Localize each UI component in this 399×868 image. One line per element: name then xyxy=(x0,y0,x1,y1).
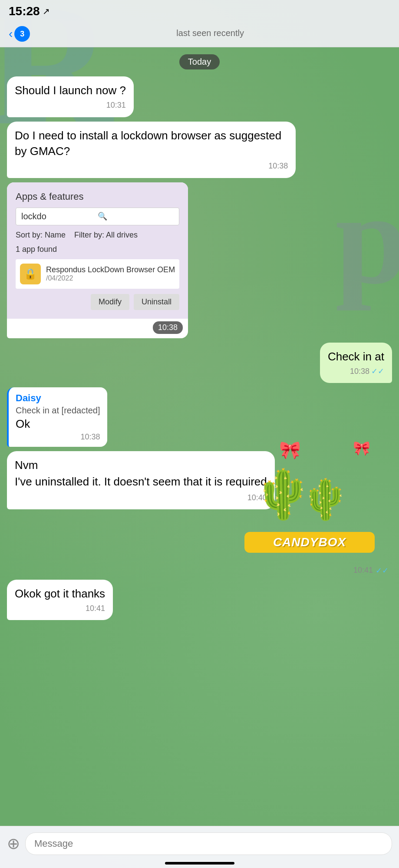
message-text: Do I need to install a lockdown browser … xyxy=(15,129,281,158)
app-date: /04/2022 xyxy=(46,274,175,282)
message-input[interactable] xyxy=(25,832,392,855)
nav-subtitle: last seen recently xyxy=(30,26,390,42)
app-icon: 🔒 xyxy=(20,264,41,284)
check-marks-icon: ✓✓ xyxy=(371,366,384,377)
bow2-icon: 🎀 xyxy=(353,440,370,456)
candybox-label: CANDYBOX xyxy=(244,532,375,553)
date-badge: Today xyxy=(179,54,220,69)
outgoing-bubble: Check in at 10:38 ✓✓ xyxy=(320,343,392,383)
message-row: Do I need to install a lockdown browser … xyxy=(7,122,392,178)
message-time: 10:31 xyxy=(106,100,126,111)
location-icon: ↗ xyxy=(43,6,50,17)
sticker-time: 10:41 xyxy=(353,566,373,575)
cactus2-sticker-icon: 🌵 xyxy=(301,477,350,522)
modify-button[interactable]: Modify xyxy=(91,294,129,310)
image-time: 10:38 xyxy=(153,321,183,334)
image-time-badge: 10:38 xyxy=(7,319,188,338)
search-value: lockdo xyxy=(21,211,98,221)
back-button[interactable]: ‹ 3 xyxy=(9,26,30,42)
candybox-sticker-container: 🌵 🌵 🎀 🎀 CANDYBOX xyxy=(244,431,392,561)
sticker-meta: 10:41 ✓✓ xyxy=(353,566,392,575)
filter-label: Filter by: All drives xyxy=(74,231,138,240)
message-text: Should I launch now ? xyxy=(15,84,126,97)
sort-label: Sort by: Name xyxy=(16,231,66,240)
attach-button[interactable]: ⊕ xyxy=(7,835,20,853)
screenshot-header: Apps & features xyxy=(16,191,179,202)
incoming-bubble: Should I launch now ? 10:31 xyxy=(7,76,134,117)
message-text: Okok got it thanks xyxy=(15,587,105,600)
nvm-bubble: NvmI've uninstalled it. It doesn't seem … xyxy=(7,451,275,509)
reply-sender-name: Daisy xyxy=(16,393,100,404)
chat-area: Today Should I launch now ? 10:31 Do I n… xyxy=(0,54,399,685)
incoming-bubble: Okok got it thanks 10:41 xyxy=(7,580,113,620)
home-indicator xyxy=(165,862,234,865)
app-row: 🔒 Respondus LockDown Browser OEM /04/202… xyxy=(16,259,179,289)
status-time: 15:28 xyxy=(9,4,40,18)
screenshot-search-bar: lockdo 🔍 xyxy=(16,208,179,225)
message-time: 10:38 xyxy=(268,161,288,172)
message-row: Should I launch now ? 10:31 xyxy=(7,76,392,117)
message-time: 10:41 xyxy=(86,603,105,614)
app-name: Respondus LockDown Browser OEM xyxy=(46,265,175,274)
message-row: Okok got it thanks 10:41 xyxy=(7,580,392,620)
uninstall-button[interactable]: Uninstall xyxy=(134,294,179,310)
app-count: 1 app found xyxy=(16,245,179,254)
search-icon: 🔍 xyxy=(98,211,174,221)
screenshot-content: Apps & features lockdo 🔍 Sort by: Name F… xyxy=(7,182,188,319)
message-text: NvmI've uninstalled it. It doesn't seem … xyxy=(15,459,267,488)
back-chevron-icon[interactable]: ‹ xyxy=(9,27,13,41)
bow-icon: 🎀 xyxy=(279,440,301,460)
incoming-bubble: Do I need to install a lockdown browser … xyxy=(7,122,296,178)
date-badge-container: Today xyxy=(7,54,392,69)
message-row: Apps & features lockdo 🔍 Sort by: Name F… xyxy=(7,182,392,338)
message-row: 10:41 ✓✓ xyxy=(7,566,392,575)
message-time: 10:38 xyxy=(81,432,100,442)
reply-bubble: Daisy Check in at [redacted] Ok 10:38 xyxy=(7,387,107,447)
message-text: Check in at xyxy=(328,350,384,363)
message-row: Check in at 10:38 ✓✓ xyxy=(7,343,392,383)
message-time: 10:38 xyxy=(350,366,369,377)
nav-bar: ‹ 3 last seen recently xyxy=(0,23,399,47)
screenshot-buttons: Modify Uninstall xyxy=(16,294,179,310)
reply-quote: Check in at [redacted] xyxy=(16,406,100,416)
message-text: Ok xyxy=(16,417,100,431)
screenshot-filters: Sort by: Name Filter by: All drives xyxy=(16,231,179,240)
sticker-check-marks-icon: ✓✓ xyxy=(376,566,389,575)
nvm-sticker-row: NvmI've uninstalled it. It doesn't seem … xyxy=(7,451,392,509)
back-badge[interactable]: 3 xyxy=(14,26,30,42)
candybox-sticker: 🌵 🌵 🎀 🎀 CANDYBOX xyxy=(244,431,392,561)
image-bubble: Apps & features lockdo 🔍 Sort by: Name F… xyxy=(7,182,188,338)
status-bar: 15:28 ↗ xyxy=(0,0,399,23)
